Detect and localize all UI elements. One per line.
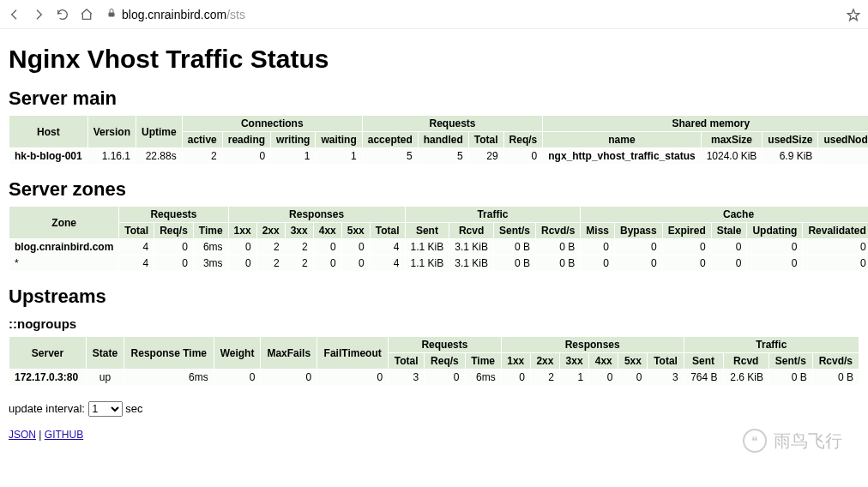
page-title: Nginx Vhost Traffic Status (9, 45, 859, 74)
col-shared: Shared memory (543, 116, 868, 132)
interval-select[interactable]: 1 (88, 401, 123, 417)
cell: 3 (389, 370, 425, 386)
cell: 0 (803, 256, 868, 272)
github-link[interactable]: GITHUB (45, 429, 83, 441)
cell-usednode: 2 (818, 148, 868, 165)
col-4xx: 4xx (313, 223, 341, 239)
col-reqs: Req/s (154, 223, 194, 239)
col-zone: Zone (9, 207, 119, 239)
cell: 0 (615, 256, 663, 272)
col-requests: Requests (362, 116, 543, 132)
cell: 2 (256, 239, 285, 256)
col-rcvd: Rcvd (723, 353, 769, 370)
col-rcvds: Rcvd/s (535, 223, 580, 239)
col-waiting: waiting (316, 132, 362, 148)
col-cache: Cache (581, 207, 868, 223)
server-main-table: Host Version Uptime Connections Requests… (9, 115, 868, 165)
col-rtotal: Total (648, 353, 684, 370)
col-traffic: Traffic (684, 337, 859, 353)
col-1xx: 1xx (228, 223, 256, 239)
cell: 4 (370, 239, 405, 256)
lock-icon (106, 8, 117, 21)
cell: 3 (648, 370, 684, 386)
col-name: name (543, 132, 701, 148)
col-1xx: 1xx (501, 353, 530, 370)
svg-rect-0 (109, 13, 115, 17)
address-bar[interactable]: blog.cnrainbird.com/sts (103, 8, 837, 21)
reload-icon[interactable] (55, 7, 70, 22)
col-requests: Requests (389, 337, 502, 353)
col-5xx: 5xx (618, 353, 648, 370)
cell: 0 (581, 239, 615, 256)
cell: 2.6 KiB (723, 370, 769, 386)
cell-version: 1.16.1 (87, 148, 136, 165)
col-reqs: Req/s (425, 353, 465, 370)
cell: 0 (261, 370, 317, 386)
cell: 4 (370, 256, 405, 272)
cell: 0 (341, 256, 370, 272)
col-version: Version (87, 116, 136, 148)
cell: 0 B (493, 239, 535, 256)
forward-icon[interactable] (31, 7, 46, 22)
col-expired: Expired (662, 223, 711, 239)
col-maxsize: maxSize (701, 132, 763, 148)
back-icon[interactable] (7, 7, 22, 22)
cell: 6ms (124, 370, 214, 386)
col-time: Time (193, 223, 228, 239)
col-writing: writing (271, 132, 316, 148)
cell: 0 B (493, 256, 535, 272)
cell: 0 (581, 256, 615, 272)
cell-writing: 1 (271, 148, 316, 165)
browser-toolbar: blog.cnrainbird.com/sts (0, 0, 868, 29)
upstreams-table: Server State Response Time Weight MaxFai… (9, 336, 859, 386)
cell: 0 (662, 256, 711, 272)
upstreams-group: ::nogroups (9, 316, 859, 331)
col-2xx: 2xx (256, 223, 285, 239)
cell: 0 (425, 370, 465, 386)
col-maxfails: MaxFails (261, 337, 317, 370)
table-row: hk-b-blog-001 1.16.1 22.88s 2 0 1 1 5 5 … (9, 148, 869, 165)
cell: 0 (317, 370, 389, 386)
cell: 1.1 KiB (405, 239, 449, 256)
cell: 3ms (193, 256, 228, 272)
server-zones-heading: Server zones (9, 178, 859, 201)
cell: 0 (589, 370, 618, 386)
cell: 0 (313, 256, 341, 272)
cell: 2 (285, 256, 313, 272)
table-row: blog.cnrainbird.com 4 0 6ms 0 2 2 0 0 4 … (9, 239, 869, 256)
cell: 0 B (769, 370, 813, 386)
col-3xx: 3xx (285, 223, 313, 239)
col-active: active (182, 132, 222, 148)
wechat-icon: ❝ (743, 429, 767, 448)
col-revalidated: Revalidated (803, 223, 868, 239)
cell-state: up (87, 370, 124, 386)
svg-marker-1 (847, 9, 859, 21)
cell: 2 (530, 370, 559, 386)
cell-waiting: 1 (316, 148, 362, 165)
col-reading: reading (222, 132, 270, 148)
star-icon[interactable] (846, 7, 861, 22)
col-server: Server (9, 337, 87, 370)
col-requests: Requests (119, 207, 228, 223)
cell: 4 (119, 256, 154, 272)
interval-label: update interval: (9, 402, 85, 415)
col-updating: Updating (747, 223, 803, 239)
json-link[interactable]: JSON (9, 429, 36, 441)
col-handled: handled (418, 132, 468, 148)
cell: 0 (214, 370, 261, 386)
cell: 0 (803, 239, 868, 256)
cell-reading: 0 (222, 148, 270, 165)
home-icon[interactable] (79, 7, 94, 22)
col-host: Host (9, 116, 88, 148)
col-state: State (87, 337, 124, 370)
cell-active: 2 (182, 148, 222, 165)
col-3xx: 3xx (560, 353, 589, 370)
cell: 1 (560, 370, 589, 386)
cell: 0 (501, 370, 530, 386)
cell: 0 (228, 239, 256, 256)
cell: 0 B (535, 256, 580, 272)
col-bypass: Bypass (615, 223, 663, 239)
col-reqs: Req/s (503, 132, 543, 148)
col-sent: Sent (684, 353, 723, 370)
server-main-heading: Server main (9, 87, 859, 110)
